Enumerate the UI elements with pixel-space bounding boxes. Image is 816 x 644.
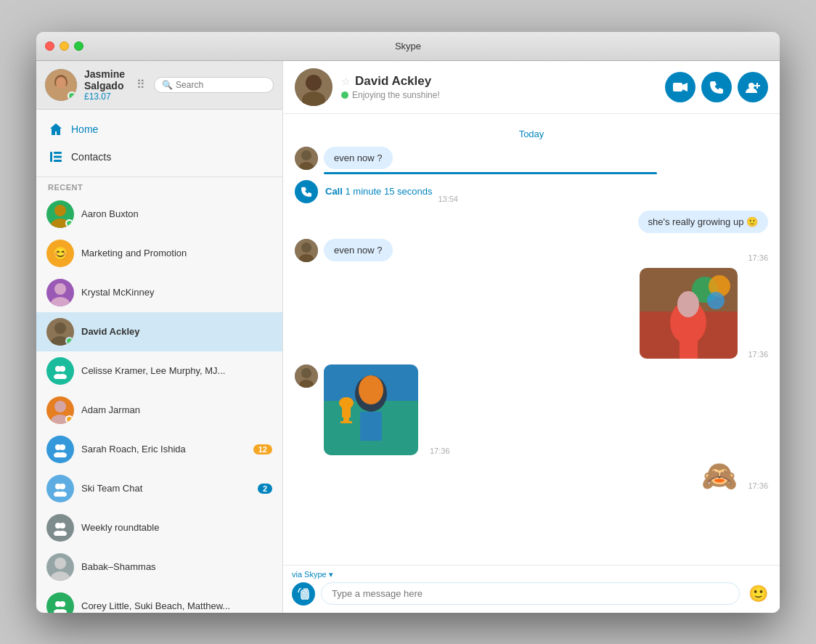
chat-input-area: via Skype ▾ 🙂 — [283, 565, 780, 613]
nav-contacts[interactable]: Contacts — [36, 143, 282, 171]
msg-avatar — [295, 239, 318, 262]
call-icon — [295, 180, 318, 203]
msg-avatar — [295, 364, 318, 388]
app-body: Jasmine Salgado £13.07 ⠿ 🔍 — [36, 61, 780, 613]
search-box[interactable]: 🔍 — [154, 77, 274, 93]
avatar — [46, 475, 74, 502]
star-icon[interactable]: ☆ — [341, 76, 351, 87]
user-name: Jasmine Salgado — [84, 68, 125, 91]
list-item[interactable]: Babak–Shammas — [36, 547, 282, 587]
user-avatar[interactable] — [45, 69, 77, 101]
svg-rect-70 — [340, 421, 352, 423]
close-button[interactable] — [45, 41, 54, 51]
chat-contact-name: David Ackley — [355, 74, 431, 89]
via-skype-dropdown-icon[interactable]: ▾ — [329, 570, 333, 579]
user-status-dot — [68, 91, 76, 100]
message-group: even now ? — [295, 147, 768, 174]
msg-avatar — [295, 147, 318, 170]
svg-point-65 — [359, 375, 383, 404]
svg-point-55 — [707, 292, 725, 309]
svg-rect-6 — [54, 155, 62, 158]
unread-badge: 2 — [258, 484, 272, 494]
contact-name: Adam Jarman — [81, 404, 272, 415]
list-item[interactable]: Ski Team Chat 2 — [36, 469, 282, 508]
list-item[interactable]: 😊 Marketing and Promotion — [36, 234, 282, 273]
message-time: 17:36 — [748, 253, 768, 262]
svg-point-11 — [51, 297, 70, 306]
online-status-dot — [341, 91, 348, 99]
svg-point-60 — [301, 368, 311, 378]
minimize-button[interactable] — [60, 41, 69, 51]
list-item[interactable]: Corey Little, Suki Beach, Matthew... — [36, 587, 282, 613]
list-item[interactable]: Adam Jarman — [36, 391, 282, 430]
avatar — [46, 592, 74, 613]
avatar — [46, 357, 74, 385]
list-item[interactable]: Krystal McKinney — [36, 273, 282, 312]
contact-name: David Ackley — [81, 326, 272, 337]
messages-container: Today even now ? Call — [283, 114, 780, 565]
svg-point-33 — [51, 571, 70, 581]
nav-home[interactable]: Home — [36, 115, 282, 143]
maximize-button[interactable] — [74, 41, 83, 51]
list-item[interactable]: David Ackley — [36, 312, 282, 351]
outgoing-message: she's really growing up 🙂 — [295, 211, 768, 233]
contact-status-text: Enjoying the sunshine! — [352, 90, 440, 100]
date-separator: Today — [295, 129, 768, 139]
emoji-button[interactable]: 🙂 — [746, 584, 771, 603]
message-bubble: even now ? — [324, 239, 393, 261]
search-icon: 🔍 — [162, 80, 173, 90]
user-info: Jasmine Salgado £13.07 — [84, 68, 125, 102]
chat-header: ☆ David Ackley Enjoying the sunshine! — [283, 61, 780, 114]
message-bubble: she's really growing up 🙂 — [638, 211, 768, 233]
avatar — [46, 514, 74, 542]
list-item[interactable]: Weekly roundtable — [36, 508, 282, 547]
grid-icon[interactable]: ⠿ — [132, 73, 150, 96]
list-item[interactable]: Aaron Buxton — [36, 195, 282, 234]
svg-point-40 — [306, 75, 322, 91]
chat-action-buttons — [665, 72, 768, 102]
avatar — [46, 436, 74, 463]
svg-point-46 — [301, 150, 311, 160]
message-time: 17:36 — [430, 447, 450, 455]
user-profile-bar: Jasmine Salgado £13.07 ⠿ 🔍 — [36, 61, 282, 110]
outgoing-emoji-message: 🙈 17:36 — [295, 461, 768, 490]
chat-contact-info: ☆ David Ackley Enjoying the sunshine! — [341, 74, 665, 100]
message-time: 17:36 — [748, 350, 768, 359]
chat-contact-avatar — [295, 68, 332, 106]
add-contact-button[interactable] — [738, 72, 768, 102]
svg-point-21 — [60, 444, 65, 450]
sidebar: Jasmine Salgado £13.07 ⠿ 🔍 — [36, 61, 283, 613]
svg-rect-66 — [360, 412, 382, 441]
contact-name: Babak–Shammas — [81, 561, 272, 572]
image-message — [640, 268, 738, 359]
recent-list: Aaron Buxton 😊 Marketing and Promotion K… — [36, 195, 282, 613]
message-input[interactable] — [321, 582, 740, 605]
svg-point-35 — [60, 601, 65, 607]
emoji-content: 🙈 — [701, 461, 738, 490]
svg-point-32 — [54, 558, 66, 569]
svg-point-18 — [54, 401, 66, 412]
attach-button[interactable] — [292, 582, 315, 606]
window-title: Skype — [395, 41, 421, 52]
video-call-button[interactable] — [665, 72, 695, 102]
contact-name: Celisse Kramer, Lee Murphy, MJ... — [81, 365, 272, 376]
nav-section: Home Contacts — [36, 110, 282, 177]
audio-call-button[interactable] — [701, 72, 732, 102]
list-item[interactable]: Celisse Kramer, Lee Murphy, MJ... — [36, 351, 282, 391]
avatar — [46, 279, 74, 306]
contact-name: Weekly roundtable — [81, 522, 272, 533]
svg-rect-5 — [54, 152, 62, 154]
search-input[interactable] — [176, 80, 266, 90]
contacts-icon — [48, 149, 64, 165]
svg-rect-69 — [343, 417, 349, 421]
via-skype-label: via Skype ▾ — [292, 570, 771, 579]
traffic-lights — [45, 41, 83, 51]
contact-name: Sarah Roach, Eric Ishida — [81, 444, 246, 455]
svg-rect-43 — [673, 83, 682, 91]
list-item[interactable]: Sarah Roach, Eric Ishida 12 — [36, 430, 282, 469]
svg-point-25 — [60, 484, 65, 489]
unread-badge: 12 — [253, 444, 272, 455]
svg-rect-58 — [680, 330, 698, 359]
svg-point-3 — [56, 77, 66, 89]
avatar: 😊 — [46, 240, 74, 267]
